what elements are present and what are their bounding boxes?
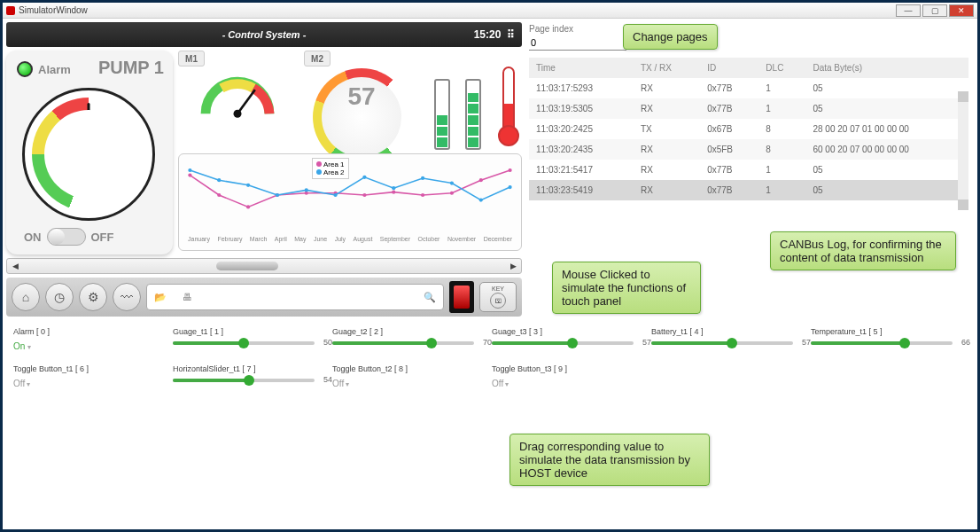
value-select[interactable]: Off — [492, 379, 509, 389]
gauge-m1: M1 — [178, 51, 297, 150]
value-slider[interactable]: 57 — [651, 341, 793, 345]
callout-drag: Drag corresponding value to simulate the… — [509, 434, 710, 486]
control-label: Guage_t3 [ 3 ] — [492, 327, 634, 336]
toolbar: ⌂ ◷ ⚙ 〰 📂 🖶 🔍 KEY ⚿ — [6, 278, 522, 317]
table-row[interactable]: 11:03:20:2435RX0x5FB860 00 20 07 00 00 0… — [529, 139, 968, 160]
alarm-label: Alarm — [38, 63, 71, 76]
slider-value: 54 — [323, 375, 332, 384]
log-col-header: ID — [700, 58, 758, 78]
horizontal-scrollbar[interactable]: ◀ ▶ — [6, 258, 522, 274]
svg-point-16 — [246, 184, 250, 187]
value-select[interactable]: On — [13, 341, 31, 352]
home-button[interactable]: ⌂ — [12, 283, 40, 311]
value-select[interactable]: Off — [332, 379, 349, 389]
minimize-button[interactable]: — — [896, 4, 921, 17]
svg-point-13 — [509, 168, 512, 172]
svg-point-1 — [234, 110, 242, 118]
slider-value: 57 — [642, 338, 651, 347]
m2-badge: M2 — [304, 51, 331, 66]
svg-point-14 — [188, 168, 191, 172]
page-index-input[interactable]: 0 — [529, 35, 626, 51]
thermometer-bulb-icon — [498, 125, 519, 146]
dashboard-header: - Control System - 15:20 ⠿ — [6, 22, 522, 47]
control-label: Toggle Button_t2 [ 8 ] — [332, 364, 474, 373]
slider-value: 57 — [802, 338, 811, 347]
table-row[interactable]: 11:03:17:5293RX0x77B105 — [529, 78, 968, 98]
callout-mouse-click: Mouse Clicked to simulate the functions … — [552, 262, 701, 314]
control-label: HorizontalSlider_t1 [ 7 ] — [173, 364, 315, 373]
svg-point-17 — [276, 193, 279, 197]
svg-point-18 — [305, 188, 308, 192]
value-slider[interactable]: 57 — [492, 341, 634, 345]
maximize-button[interactable]: ▢ — [922, 4, 947, 17]
slider-value: 70 — [483, 338, 492, 347]
value-slider[interactable]: 66 — [811, 341, 953, 345]
chart-button[interactable]: 〰 — [113, 283, 141, 311]
value-select[interactable]: Off — [13, 379, 30, 389]
svg-point-22 — [421, 176, 424, 180]
sim-control: Battery_t1 [ 4 ]57 — [651, 327, 793, 352]
svg-point-19 — [333, 193, 337, 197]
log-col-header: TX / RX — [634, 58, 700, 78]
chart-tick: October — [418, 236, 440, 242]
dashboard-button[interactable]: ◷ — [45, 283, 74, 311]
slider-value: 66 — [961, 338, 970, 347]
sim-control: Alarm [ 0 ]On — [13, 327, 155, 352]
gauge-needle-icon — [88, 103, 90, 154]
page-index-label: Page index — [529, 24, 968, 34]
slider-value: 50 — [323, 338, 332, 347]
power-switch[interactable] — [449, 281, 474, 313]
control-label: Toggle Button_t3 [ 9 ] — [492, 364, 634, 373]
scroll-left-icon[interactable]: ◀ — [7, 259, 23, 273]
svg-point-20 — [362, 176, 366, 179]
battery-bars — [426, 51, 488, 150]
scroll-right-icon[interactable]: ▶ — [505, 259, 521, 273]
table-row[interactable]: 11:03:21:5417RX0x77B105 — [529, 160, 968, 180]
chart-tick: November — [447, 236, 476, 242]
pump-dial-gauge — [22, 88, 155, 221]
on-label: ON — [24, 231, 42, 244]
svg-point-21 — [392, 186, 395, 190]
key-icon: ⚿ — [490, 293, 506, 309]
trend-chart: Area 1 Area 2 JanuaryFebruaryMarchAprilM… — [178, 153, 522, 251]
sim-control: Toggle Button_t2 [ 8 ]Off — [332, 364, 474, 389]
table-row[interactable]: 11:03:23:5419RX0x77B105 — [529, 180, 968, 200]
svg-point-23 — [450, 181, 454, 184]
control-label: Guage_t2 [ 2 ] — [332, 327, 474, 336]
search-icon[interactable]: 🔍 — [424, 292, 436, 303]
value-slider[interactable]: 50 — [173, 341, 315, 345]
app-icon — [6, 6, 15, 15]
close-button[interactable]: ✕ — [949, 4, 974, 17]
svg-point-9 — [392, 191, 395, 194]
chart-tick: January — [188, 236, 210, 242]
window-title: SimulatorWindow — [19, 5, 88, 15]
log-col-header: Data Byte(s) — [805, 58, 968, 78]
chart-tick: April — [275, 236, 287, 242]
chart-tick: March — [250, 236, 267, 242]
control-label: Battery_t1 [ 4 ] — [651, 327, 793, 336]
settings-button[interactable]: ⚙ — [79, 283, 107, 311]
callout-canbus: CANBus Log, for confirming the content o… — [770, 231, 956, 270]
dashboard-title: - Control System - — [222, 29, 307, 40]
sim-control: Temperature_t1 [ 5 ]66 — [811, 327, 953, 352]
chart-tick: June — [314, 236, 327, 242]
scroll-thumb[interactable] — [216, 262, 278, 270]
value-slider[interactable]: 70 — [332, 341, 474, 345]
chart-tick: May — [294, 236, 306, 242]
table-row[interactable]: 11:03:20:2425TX0x67B828 00 20 07 01 00 0… — [529, 119, 968, 139]
pump-toggle[interactable] — [47, 228, 86, 246]
window-titlebar: SimulatorWindow — ▢ ✕ — [3, 3, 977, 19]
sim-control: Guage_t2 [ 2 ]70 — [332, 327, 474, 352]
log-scrollbar[interactable] — [958, 91, 968, 210]
value-slider[interactable]: 54 — [173, 379, 315, 382]
sim-control: HorizontalSlider_t1 [ 7 ]54 — [173, 364, 315, 389]
key-button[interactable]: KEY ⚿ — [479, 282, 517, 312]
table-row[interactable]: 11:03:19:5305RX0x77B105 — [529, 98, 968, 119]
chart-tick: September — [380, 236, 410, 242]
print-icon[interactable]: 🖶 — [183, 292, 192, 302]
svg-point-12 — [479, 178, 483, 182]
chart-tick: February — [217, 236, 242, 242]
svg-point-4 — [246, 205, 250, 208]
open-icon[interactable]: 📂 — [154, 292, 167, 303]
simulation-controls: Alarm [ 0 ]OnGuage_t1 [ 1 ]50Guage_t2 [ … — [3, 320, 977, 409]
